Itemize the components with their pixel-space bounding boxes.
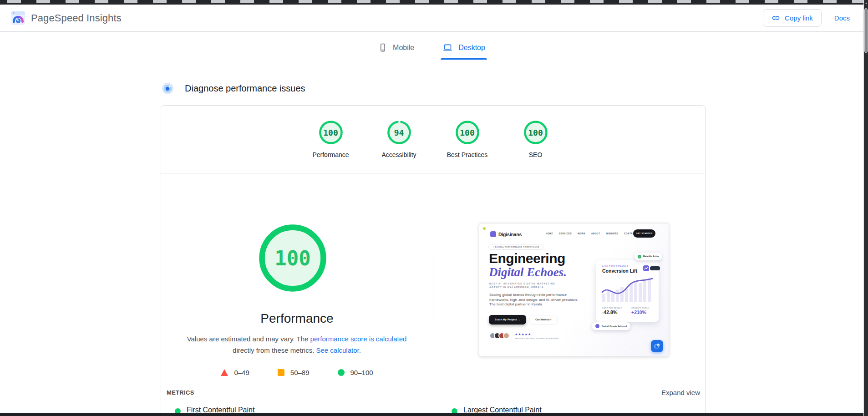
performance-heading: Performance: [161, 311, 433, 326]
rank-pill-label: Rank #1 Results Delivered: [602, 325, 627, 327]
widget-stat1-value: -42.8%: [602, 309, 617, 315]
open-in-new-icon: [654, 343, 660, 349]
preview-brand: Digisinans: [490, 231, 522, 237]
tab-desktop-label: Desktop: [458, 44, 485, 52]
column-divider: [433, 255, 433, 322]
score-seo[interactable]: 100 SEO: [502, 119, 570, 158]
pass-circle-icon: [338, 369, 345, 376]
performance-gauge: 100: [258, 223, 328, 293]
metrics-divider-left: [167, 403, 421, 403]
metrics-divider-right: [444, 403, 700, 403]
preview-cta-pill: GET STARTED: [633, 229, 655, 238]
copy-link-label: Copy link: [785, 14, 813, 22]
tab-mobile-label: Mobile: [393, 44, 414, 52]
category-scores-row: 100 Performance 94 Accessibility 100: [161, 106, 705, 173]
app-header: PageSpeed Insights Copy link Docs: [0, 5, 863, 32]
desktop-laptop-icon: [442, 43, 453, 52]
legend-pass-range: 90–100: [350, 369, 373, 376]
score-label: Performance: [297, 151, 365, 158]
metrics-header-row: METRICS Expand view: [167, 389, 700, 396]
fail-triangle-icon: [221, 369, 228, 376]
preview-nav-item: WORK: [578, 233, 585, 235]
average-square-icon: [278, 369, 284, 376]
diagnose-section-heading: Diagnose performance issues: [162, 82, 305, 95]
score-best-practices[interactable]: 100 Best Practices: [433, 119, 502, 158]
preview-primary-button: Scale My Project →: [489, 315, 526, 325]
copy-link-button[interactable]: Copy link: [763, 9, 822, 27]
browser-scrollbar[interactable]: ▲: [863, 0, 868, 416]
preview-star-rating: ★★★★★: [515, 333, 531, 336]
performance-gauge-value: 100: [258, 223, 328, 293]
preview-brand-icon: [490, 231, 496, 237]
scrollbar-up-arrow[interactable]: ▲: [864, 1, 868, 5]
preview-badge-pill: ✦ DIGITAL PERFORMANCE POWERHOUSE: [488, 244, 543, 250]
diagnose-title: Diagnose performance issues: [185, 83, 305, 94]
disclaimer-text: directly from these metrics.: [233, 346, 316, 354]
preview-mini-chart-icon: [643, 265, 649, 271]
score-performance[interactable]: 100 Performance: [297, 119, 365, 158]
score-legend: 0–49 50–89 90–100: [161, 369, 433, 376]
pagespeed-logo-icon: [11, 11, 25, 25]
preview-corner-dot: [483, 227, 486, 230]
expand-view-button[interactable]: Expand view: [661, 389, 700, 396]
widget-stat2-label: ORGANIC REACH: [631, 307, 649, 309]
score-disclaimer: Values are estimated and may vary. The p…: [183, 333, 411, 356]
widget-eyebrow: LIVE PERFORMANCE: [602, 265, 629, 267]
preview-nav-item: INSIGHTS: [606, 233, 618, 235]
preview-brand-name: Digisinans: [498, 232, 522, 237]
browser-tabstrip-sliver: [0, 0, 868, 5]
check-circle-icon: ✓: [638, 255, 641, 259]
tab-mobile[interactable]: Mobile: [376, 40, 416, 60]
scrollbar-thumb[interactable]: [864, 8, 868, 53]
widget-chart: [600, 276, 654, 303]
preview-body-copy: Scaling global brands through elite perf…: [489, 293, 583, 307]
tab-desktop[interactable]: Desktop: [441, 40, 487, 60]
score-label: Accessibility: [365, 151, 433, 158]
link-icon: [772, 14, 780, 22]
preview-headline-1: Engineering: [489, 251, 565, 266]
widget-title: Conversion Lift: [602, 268, 637, 274]
page-title: PageSpeed Insights: [31, 12, 122, 24]
disclaimer-text: Values are estimated and may vary. The: [187, 335, 310, 343]
score-label: SEO: [502, 151, 570, 158]
page-screenshot-preview: Digisinans HOME SERVICES WORK ABOUT INSI…: [479, 223, 669, 357]
preview-nav-item: HOME: [546, 233, 553, 235]
open-full-screenshot-button[interactable]: [651, 340, 663, 352]
score-calculated-link[interactable]: performance score is calculated: [310, 335, 407, 343]
score-value: 94: [386, 119, 412, 146]
preview-nav: HOME SERVICES WORK ABOUT INSIGHTS CONTAC…: [546, 233, 636, 235]
score-value: 100: [454, 119, 481, 146]
mobile-phone-icon: [378, 43, 387, 52]
score-value: 100: [318, 119, 344, 146]
bottom-edge-strip: [0, 413, 868, 416]
docs-link[interactable]: Docs: [834, 14, 850, 22]
legend-pass: 90–100: [338, 369, 373, 376]
preview-rank-pill: Rank #1 Results Delivered: [592, 322, 630, 330]
see-calculator-link[interactable]: See calculator.: [316, 346, 360, 354]
preview-status-pill: ✓ Meta Ads Active: [635, 253, 662, 260]
preview-social-proof: TRUSTED BY 100+ GLOBAL FOUNDERS: [515, 337, 558, 340]
score-label: Best Practices: [433, 151, 502, 158]
widget-stat1-label: COST PER RESULT: [602, 307, 622, 309]
legend-average-range: 50–89: [290, 369, 310, 376]
rank-badge-icon: [595, 324, 599, 328]
active-tab-underline: [441, 58, 487, 60]
preview-mini-chip: [650, 266, 660, 270]
preview-nav-item: ABOUT: [591, 233, 600, 235]
gauge-glow-icon: [162, 82, 174, 95]
legend-fail: 0–49: [221, 369, 249, 376]
widget-stat2-value: +210%: [631, 309, 646, 315]
preview-subhead: BEST AI INTEGRATED DIGITAL MARKETING AGE…: [489, 282, 562, 289]
score-value: 100: [523, 119, 549, 146]
preview-secondary-button: Our Method +: [529, 315, 558, 325]
preview-nav-item: SERVICES: [559, 233, 572, 235]
status-pill-label: Meta Ads Active: [643, 255, 659, 258]
metrics-heading: METRICS: [167, 389, 194, 396]
legend-average: 50–89: [278, 369, 310, 376]
report-card: 100 Performance 94 Accessibility 100: [161, 105, 706, 416]
device-tabs: Mobile Desktop: [0, 40, 863, 60]
preview-conversion-widget: LIVE PERFORMANCE Conversion Lift COST PE…: [596, 260, 659, 322]
avatar: [503, 332, 510, 339]
score-accessibility[interactable]: 94 Accessibility: [365, 119, 433, 158]
card-divider: [161, 173, 705, 173]
